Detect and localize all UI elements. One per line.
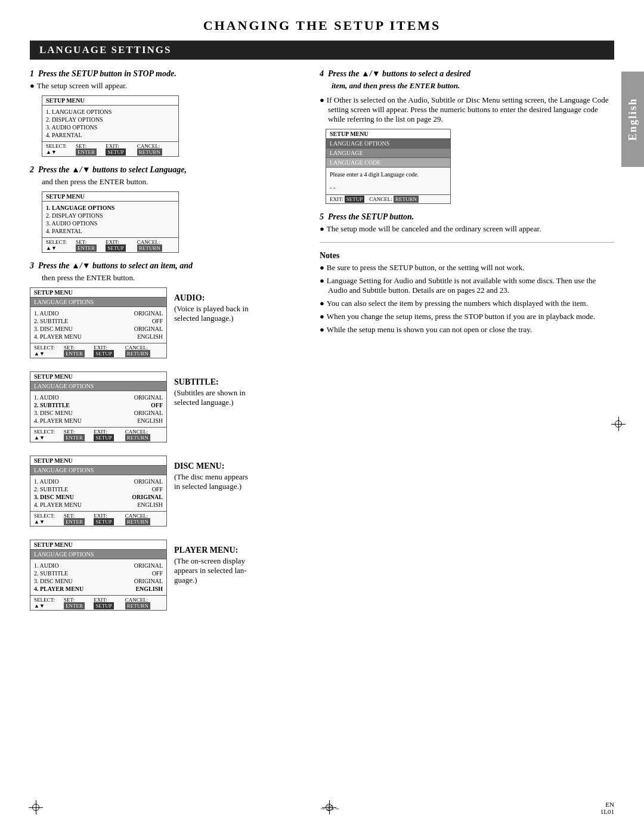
note-3: You can also select the item by pressing… (320, 299, 614, 308)
audio-menu-subtitle: LANGUAGE OPTIONS (30, 298, 166, 307)
select-a: SELECT: ▲▼ (34, 345, 59, 357)
step-1-bullet: The setup screen will appear. (30, 81, 302, 91)
playermenu-title: SETUP MENU (30, 540, 166, 550)
langcode-lang-row: LANGUAGE (326, 148, 450, 158)
playermenu-section: SETUP MENU LANGUAGE OPTIONS 1. AUDIOORIG… (30, 540, 302, 618)
subtitle-desc: (Subtitles are shown inselected language… (174, 388, 246, 407)
langcode-menu-title: SETUP MENU (326, 129, 450, 139)
menu1-item-2: 2. DISPLAY OPTIONS (46, 116, 175, 123)
step-5-block: 5 Press the SETUP button. The setup mode… (320, 212, 614, 234)
playermenu-subtitle: LANGUAGE OPTIONS (30, 550, 166, 559)
discmenu-description: DISC MENU: (The disc menu appearsin sele… (174, 458, 248, 491)
playermenu-description: PLAYER MENU: (The on-screen displayappea… (174, 542, 247, 585)
step-5-number: 5 Press the SETUP button. (320, 212, 614, 222)
dm-item-4: 4. PLAYER MENUENGLISH (34, 501, 163, 509)
step-4-text2: item, and then press the ENTER button. (320, 81, 614, 91)
langcode-footer: EXIT: SETUP CANCEL: RETURN (326, 194, 450, 203)
discmenu-body: 1. AUDIOORIGINAL 2. SUBTITLEOFF 3. DISC … (30, 475, 166, 511)
menu2-item-4: 4. PARENTAL (46, 227, 175, 235)
exit-pm: EXIT: SETUP (94, 597, 120, 609)
step-2-block: 2 Press the ▲/▼ buttons to select Langua… (30, 165, 302, 253)
sub-item-2: 2. SUBTITLEOFF (34, 401, 163, 409)
set-pm: SET: ENTER (64, 597, 89, 609)
right-column: 4 Press the ▲/▼ buttons to select a desi… (320, 69, 614, 626)
cancel-s: CANCEL: RETURN (125, 429, 163, 441)
audio-item-3: 3. DISC MENUORIGINAL (34, 325, 163, 333)
exit-label-2: EXIT: SETUP (106, 239, 132, 251)
page-footer: – 25 – EN 1L01 (30, 801, 614, 815)
setup-menu-1: SETUP MENU 1. LANGUAGE OPTIONS 2. DISPLA… (42, 95, 179, 157)
cancel-label-2: CANCEL: RETURN (137, 239, 175, 251)
audio-item-2: 2. SUBTITLEOFF (34, 317, 163, 325)
exit-lc: EXIT: SETUP (330, 196, 364, 202)
menu1-item-3: 3. AUDIO OPTIONS (46, 123, 175, 131)
select-pm: SELECT: ▲▼ (34, 597, 59, 609)
select-s: SELECT: ▲▼ (34, 429, 59, 441)
setup-menu-2-title: SETUP MENU (42, 192, 178, 202)
note-2: Language Setting for Audio and Subtitle … (320, 276, 614, 295)
audio-label: AUDIO: (174, 293, 249, 303)
discmenu-desc: (The disc menu appearsin selected langua… (174, 472, 248, 491)
page-code: EN 1L01 (600, 801, 614, 815)
exit-a: EXIT: SETUP (94, 345, 120, 357)
step-2-text2: and then press the ENTER button. (30, 177, 302, 187)
audio-menu-footer: SELECT: ▲▼ SET: ENTER EXIT: SETUP CANCEL… (30, 343, 166, 358)
notes-title: Notes (320, 251, 614, 261)
subtitle-label: SUBTITLE: (174, 377, 246, 387)
select-label-2: SELECT: ▲▼ (46, 239, 71, 251)
audio-item-4: 4. PLAYER MENUENGLISH (34, 333, 163, 340)
setup-menu-1-footer: SELECT: ▲▼ SET: ENTER EXIT: SETUP CANCEL… (42, 141, 178, 156)
note-1: Be sure to press the SETUP button, or th… (320, 263, 614, 272)
step-5-bullet: The setup mode will be canceled and the … (320, 224, 614, 234)
page-title: CHANGING THE SETUP ITEMS (30, 18, 614, 33)
audio-item-1: 1. AUDIOORIGINAL (34, 309, 163, 317)
section-header: LANGUAGE SETTINGS (30, 41, 614, 60)
audio-menu-body: 1. AUDIOORIGINAL 2. SUBTITLEOFF 3. DISC … (30, 307, 166, 343)
page-container: English CHANGING THE SETUP ITEMS LANGUAG… (0, 0, 644, 833)
menu1-item-1: 1. LANGUAGE OPTIONS (46, 108, 175, 116)
subtitle-section: SETUP MENU LANGUAGE OPTIONS 1. AUDIOORIG… (30, 371, 302, 450)
pm-item-3: 3. DISC MENUORIGINAL (34, 577, 163, 585)
step-3-text2: then press the ENTER button. (30, 273, 302, 283)
audio-description: AUDIO: (Voice is played back inselected … (174, 290, 249, 323)
set-dm: SET: ENTER (64, 513, 89, 525)
cancel-pm: CANCEL: RETURN (125, 597, 163, 609)
pm-item-1: 1. AUDIOORIGINAL (34, 562, 163, 569)
cancel-a: CANCEL: RETURN (125, 345, 163, 357)
menu2-item-3: 3. AUDIO OPTIONS (46, 219, 175, 227)
setup-menu-2-footer: SELECT: ▲▼ SET: ENTER EXIT: SETUP CANCEL… (42, 237, 178, 252)
menu1-item-4: 4. PARENTAL (46, 131, 175, 139)
subtitle-menu-box: SETUP MENU LANGUAGE OPTIONS 1. AUDIOORIG… (30, 371, 167, 442)
sub-item-1: 1. AUDIOORIGINAL (34, 394, 163, 401)
audio-menu-title: SETUP MENU (30, 288, 166, 298)
set-s: SET: ENTER (64, 429, 89, 441)
menu2-item-2: 2. DISPLAY OPTIONS (46, 212, 175, 219)
dm-item-2: 2. SUBTITLEOFF (34, 485, 163, 493)
setup-menu-1-body: 1. LANGUAGE OPTIONS 2. DISPLAY OPTIONS 3… (42, 106, 178, 141)
notes-section: Notes Be sure to press the SETUP button,… (320, 251, 614, 335)
discmenu-section: SETUP MENU LANGUAGE OPTIONS 1. AUDIOORIG… (30, 456, 302, 534)
exit-dm: EXIT: SETUP (94, 513, 120, 525)
langcode-body: Please enter a 4 digit Language code.- - (326, 168, 450, 194)
subtitle-menu-subtitle: LANGUAGE OPTIONS (30, 382, 166, 391)
dm-item-3: 3. DISC MENUORIGINAL (34, 493, 163, 501)
playermenu-body: 1. AUDIOORIGINAL 2. SUBTITLEOFF 3. DISC … (30, 559, 166, 595)
discmenu-label: DISC MENU: (174, 462, 248, 471)
discmenu-title: SETUP MENU (30, 456, 166, 466)
setup-menu-2-body: 1. LANGUAGE OPTIONS 2. DISPLAY OPTIONS 3… (42, 202, 178, 237)
left-column: 1 Press the SETUP button in STOP mode. T… (30, 69, 302, 626)
step-1-block: 1 Press the SETUP button in STOP mode. T… (30, 69, 302, 157)
setup-menu-1-title: SETUP MENU (42, 96, 178, 106)
page-number: – 25 – (60, 804, 600, 813)
select-dm: SELECT: ▲▼ (34, 513, 59, 525)
playermenu-footer: SELECT: ▲▼ SET: ENTER EXIT: SETUP CANCEL… (30, 595, 166, 610)
note-5: While the setup menu is shown you can no… (320, 325, 614, 335)
langcode-opts-row: LANGUAGE OPTIONS (326, 139, 450, 148)
step-4-bullet: If Other is selected on the Audio, Subti… (320, 95, 614, 124)
sub-item-4: 4. PLAYER MENUENGLISH (34, 417, 163, 425)
pm-item-4: 4. PLAYER MENUENGLISH (34, 585, 163, 593)
subtitle-menu-footer: SELECT: ▲▼ SET: ENTER EXIT: SETUP CANCEL… (30, 427, 166, 442)
divider (320, 242, 614, 243)
discmenu-menu-box: SETUP MENU LANGUAGE OPTIONS 1. AUDIOORIG… (30, 456, 167, 527)
select-label: SELECT: ▲▼ (46, 143, 71, 155)
